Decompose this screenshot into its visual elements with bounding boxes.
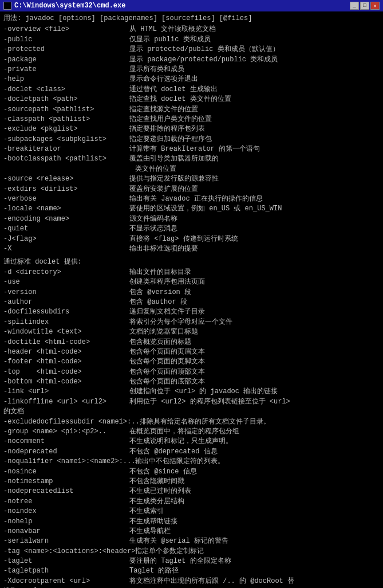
cmd-name: -bottom <html-code> [3, 377, 129, 387]
cmd-line: -J<flag>直接将 <flag> 传递到运行时系统 [3, 234, 380, 244]
cmd-desc: 指定查找 doclet 类文件的位置 [129, 95, 231, 104]
cmd-name: -splitindex [3, 317, 129, 327]
cmd-name: -docletpath <path> [3, 95, 129, 104]
cmd-desc: 利用位于 <url2> 的程序包列表链接至位于 <url> [129, 397, 290, 407]
cmd-desc: 显示所有类和成员 [129, 65, 184, 75]
cmd-desc: 不生成说明和标记，只生成声明。 [129, 437, 232, 446]
cmd-line: -doclet <class>通过替代 doclet 生成输出 [3, 85, 380, 95]
cmd-desc: 不生成已过时的列表 [129, 487, 191, 496]
cmd-name: -footer <html-code> [3, 357, 129, 367]
cmd-line: -splitindex将索引分为每个字母对应一个文件 [3, 317, 380, 327]
cmd-line: -noqualifier <name1>:<name2>:...输出中不包括限定… [3, 457, 380, 467]
cmd-line: -X输出非标准选项的提要 [3, 244, 380, 254]
cmd-name: -extdirs <dirlist> [3, 185, 129, 194]
cmd-line: -linkoffline <url> <url2>利用位于 <url2> 的程序… [3, 397, 380, 407]
cmd-line: -package显示 package/protected/public 类和成员 [3, 55, 380, 65]
cmd-line: -classpath <pathlist>指定查找用户类文件的位置 [3, 115, 380, 124]
cmd-line: -public仅显示 public 类和成员 [3, 35, 380, 45]
cmd-name: -docfilessubdirs [3, 307, 129, 317]
cmd-desc: 创建类和程序包用法页面 [129, 277, 205, 287]
cmd-name: -noqualifier <name1>:<name2>:... [3, 457, 135, 467]
cmd-line: -tagletpathTaglet 的路径 [3, 566, 380, 576]
cmd-line: -excludedocfilessubdir <name1>:..排除具有给定名… [3, 417, 380, 427]
cmd-desc: 包含每个页面的底部文本 [129, 377, 205, 387]
cmd-line: -bootclasspath <pathlist>覆盖由引导类加载器所加载的 [3, 154, 380, 164]
cmd-desc: 包含每个页面的顶部文本 [129, 367, 205, 377]
cmd-desc: 生成有关 @serial 标记的警告 [129, 536, 228, 546]
cmd-window: C:\Windows\system32\cmd.exe _ □ ✕ 用法: ja… [0, 0, 383, 588]
cmd-line: -nosince不包含 @since 信息 [3, 467, 380, 477]
cmd-name: -link <url> [3, 387, 129, 397]
maximize-button[interactable]: □ [360, 2, 369, 10]
cmd-desc: 将文档注释中出现的所有后跟 /.. 的 @docRoot 替 [129, 577, 294, 586]
cmd-name: -author [3, 297, 129, 307]
cmd-desc: 显示 package/protected/public 类和成员 [129, 55, 278, 65]
cmd-name: -doctitle <html-code> [3, 338, 129, 347]
cmd-name: -excludedocfilessubdir <name1>:.. [3, 417, 140, 427]
cmd-line: -exclude <pkglist>指定要排除的程序包列表 [3, 124, 380, 134]
window-title: C:\Windows\system32\cmd.exe [14, 2, 125, 10]
cmd-name: -encoding <name> [3, 214, 129, 224]
cmd-desc: 覆盖所安装扩展的位置 [129, 185, 198, 194]
cmd-name: -verbose [3, 194, 129, 204]
cmd-desc: 指定单个参数定制标记 [135, 547, 204, 556]
section-header: 通过标准 doclet 提供: [3, 257, 380, 267]
cmd-desc: 不生成帮助链接 [129, 517, 177, 527]
cmd-line: -author包含 @author 段 [3, 297, 380, 307]
cmd-line: -encoding <name>源文件编码名称 [3, 214, 380, 224]
cmd-line: -locale <name>要使用的区域设置，例如 en_US 或 en_US_… [3, 204, 380, 214]
cmd-line: -top <html-code>包含每个页面的顶部文本 [3, 367, 380, 377]
cmd-desc: 直接将 <flag> 传递到运行时系统 [129, 234, 238, 244]
cmd-desc: 包含每个页面的页脚文本 [129, 357, 205, 367]
title-bar-buttons: _ □ ✕ [350, 2, 380, 10]
cmd-name: -linkoffline <url> <url2> [3, 397, 129, 407]
cmd-desc: 创建指向位于 <url> 的 javadoc 输出的链接 [129, 387, 278, 397]
cmd-name: -classpath <pathlist> [3, 115, 129, 124]
cmd-desc: 通过替代 doclet 生成输出 [129, 85, 218, 95]
cmd-name: -sourcepath <pathlist> [3, 105, 129, 115]
cmd-line: -d <directory>输出文件的目标目录 [3, 268, 380, 277]
cmd-name: -help [3, 75, 129, 84]
cmd-desc: 不生成类分层结构 [129, 497, 184, 507]
cmd-desc: 不生成索引 [129, 507, 164, 516]
cmd-line: -use创建类和程序包用法页面 [3, 277, 380, 287]
close-button[interactable]: ✕ [370, 2, 380, 10]
cmd-desc: 显示命令行选项并退出 [129, 75, 198, 84]
cmd-desc: 指定查找源文件的位置 [129, 105, 198, 115]
cmd-name: -doclet <class> [3, 85, 129, 95]
cmd-line: -doctitle <html-code>包含概览页面的标题 [3, 338, 380, 347]
cmd-desc: 从 HTML 文件读取概览文档 [129, 25, 216, 34]
cmd-desc: 指定要排除的程序包列表 [129, 124, 205, 134]
cmd-desc: 包含每个页面的页眉文本 [129, 347, 205, 357]
cmd-line: -overview <file>从 HTML 文件读取概览文档 [3, 25, 380, 34]
cmd-line-cont: 的文档 [3, 407, 380, 417]
cmd-line: -group <name> <p1>:<p2>..在概览页面中，将指定的程序包分… [3, 427, 380, 437]
cmd-line: -help显示命令行选项并退出 [3, 75, 380, 84]
cmd-name: -bootclasspath <pathlist> [3, 154, 129, 164]
usage-line: 用法: javadoc [options] [packagenames] [so… [3, 14, 380, 23]
minimize-button[interactable]: _ [350, 2, 359, 10]
cmd-desc: Taglet 的路径 [129, 566, 179, 576]
cmd-desc: 将索引分为每个字母对应一个文件 [129, 317, 232, 327]
cmd-name: -private [3, 65, 129, 75]
cmd-name: -X [3, 244, 129, 254]
cmd-line: -sourcepath <pathlist>指定查找源文件的位置 [3, 105, 380, 115]
cmd-line: -taglet要注册的 Taglet 的全限定名称 [3, 556, 380, 566]
cmd-desc: 排除具有给定名称的所有文档文件子目录。 [140, 417, 270, 427]
cmd-desc: 包含 @version 段 [129, 288, 191, 297]
title-bar: C:\Windows\system32\cmd.exe _ □ ✕ [0, 0, 383, 11]
cmd-name: -version [3, 288, 129, 297]
cmd-name: -group <name> <p1>:<p2>.. [3, 427, 129, 437]
cmd-name: -Xdocrootparent <url> [3, 577, 129, 586]
cmd-name: -windowtitle <text> [3, 327, 129, 337]
cmd-line: -docfilessubdirs递归复制文档文件子目录 [3, 307, 380, 317]
cmd-name: -protected [3, 45, 129, 54]
window-icon [3, 2, 11, 10]
cmd-line: -quiet不显示状态消息 [3, 224, 380, 234]
cmd-line: -nonavbar不生成导航栏 [3, 527, 380, 536]
cmd-desc: 提供与指定发行版的源兼容性 [129, 174, 219, 184]
cmd-name: -exclude <pkglist> [3, 124, 129, 134]
cmd-line: -noindex不生成索引 [3, 507, 380, 516]
cmd-name: -breakiterator [3, 144, 129, 154]
cmd-desc: 输出非标准选项的提要 [129, 244, 198, 254]
